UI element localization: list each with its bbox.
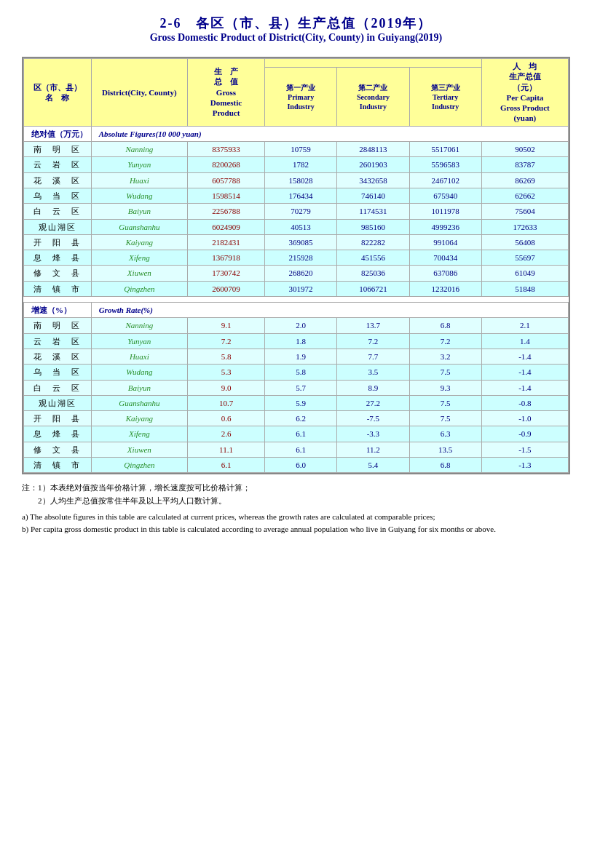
growth-data-row: 南 明 区 Nanning 9.1 2.0 13.7 6.8 2.1: [24, 318, 569, 333]
section-growth-en: Growth Rate(%): [91, 303, 568, 318]
primary-value: 301972: [264, 281, 336, 296]
note-cn1: 注：1）本表绝对值按当年价格计算，增长速度按可比价格计算；: [22, 482, 570, 495]
percapita-growth: -1.5: [481, 442, 568, 457]
primary-value: 70279: [264, 204, 336, 219]
percapita-growth: 1.4: [481, 333, 568, 349]
district-en: Kaiyang: [91, 411, 187, 426]
secondary-value: 825036: [337, 266, 409, 281]
header-row: 区（市、县）名 称 District(City, County) 生 产总 值G…: [24, 59, 569, 68]
primary-value: 10759: [264, 142, 336, 157]
secondary-value: 1066721: [337, 281, 409, 296]
secondary-growth: 5.4: [337, 458, 409, 473]
primary-growth: 1.9: [264, 349, 336, 364]
district-en: Guanshanhu: [91, 219, 187, 234]
absolute-data-row: 白 云 区 Baiyun 2256788 70279 1174531 10119…: [24, 204, 569, 219]
section-divider: [24, 297, 569, 303]
growth-data-row: 云 岩 区 Yunyan 7.2 1.8 7.2 7.2 1.4: [24, 333, 569, 349]
district-cn: 息 烽 县: [24, 426, 92, 442]
tertiary-growth: 6.8: [409, 458, 481, 473]
district-cn: 白 云 区: [24, 204, 92, 219]
district-en: Huaxi: [91, 349, 187, 364]
secondary-growth: 3.5: [337, 365, 409, 380]
secondary-growth: 8.9: [337, 380, 409, 395]
absolute-data-row: 清 镇 市 Qingzhen 2600709 301972 1066721 12…: [24, 281, 569, 296]
growth-data-row: 白 云 区 Baiyun 9.0 5.7 8.9 9.3 -1.4: [24, 380, 569, 395]
gdp-value: 2600709: [188, 281, 265, 296]
district-cn: 修 文 县: [24, 442, 92, 457]
district-cn: 花 溪 区: [24, 349, 92, 364]
gdp-growth: 2.6: [188, 426, 265, 442]
tertiary-value: 991064: [409, 234, 481, 250]
district-cn: 乌 当 区: [24, 188, 92, 203]
district-en: Kaiyang: [91, 234, 187, 250]
note-en2: b) Per capita gross domestic product in …: [22, 523, 570, 536]
secondary-value: 1174531: [337, 204, 409, 219]
tertiary-growth: 7.5: [409, 365, 481, 380]
district-cn: 南 明 区: [24, 318, 92, 333]
primary-value: 369085: [264, 234, 336, 250]
primary-growth: 5.7: [264, 380, 336, 395]
primary-value: 268620: [264, 266, 336, 281]
district-en: Xiuwen: [91, 442, 187, 457]
percapita-value: 75604: [481, 204, 568, 219]
gdp-growth: 6.1: [188, 458, 265, 473]
district-en: Xifeng: [91, 250, 187, 266]
tertiary-value: 1011978: [409, 204, 481, 219]
tertiary-growth: 6.3: [409, 426, 481, 442]
gdp-growth: 0.6: [188, 411, 265, 426]
district-en: Nanning: [91, 142, 187, 157]
primary-growth: 6.0: [264, 458, 336, 473]
secondary-growth: 13.7: [337, 318, 409, 333]
primary-growth: 6.2: [264, 411, 336, 426]
percapita-value: 90502: [481, 142, 568, 157]
growth-data-row: 观山湖区 Guanshanhu 10.7 5.9 27.2 7.5 -0.8: [24, 395, 569, 410]
tertiary-value: 675940: [409, 188, 481, 203]
percapita-value: 56408: [481, 234, 568, 250]
gdp-value: 6057788: [188, 172, 265, 188]
absolute-data-row: 修 文 县 Xiuwen 1730742 268620 825036 63708…: [24, 266, 569, 281]
gdp-value: 1367918: [188, 250, 265, 266]
secondary-value: 822282: [337, 234, 409, 250]
primary-growth: 1.8: [264, 333, 336, 349]
primary-growth: 2.0: [264, 318, 336, 333]
absolute-data-row: 观山湖区 Guanshanhu 6024909 40513 985160 499…: [24, 219, 569, 234]
absolute-data-row: 云 岩 区 Yunyan 8200268 1782 2601903 559658…: [24, 157, 569, 172]
secondary-value: 2601903: [337, 157, 409, 172]
absolute-data-row: 乌 当 区 Wudang 1598514 176434 746140 67594…: [24, 188, 569, 203]
growth-data-row: 息 烽 县 Xifeng 2.6 6.1 -3.3 6.3 -0.9: [24, 426, 569, 442]
district-en: Baiyun: [91, 204, 187, 219]
section-absolute-cn: 绝对值（万元）: [24, 126, 92, 141]
percapita-growth: -1.4: [481, 380, 568, 395]
percapita-value: 86269: [481, 172, 568, 188]
secondary-value: 3432658: [337, 172, 409, 188]
percapita-growth: -0.9: [481, 426, 568, 442]
gdp-value: 8200268: [188, 157, 265, 172]
primary-value: 40513: [264, 219, 336, 234]
section-absolute-header: 绝对值（万元） Absolute Figures(10 000 yuan): [24, 126, 569, 141]
percapita-value: 83787: [481, 157, 568, 172]
primary-growth: 6.1: [264, 442, 336, 457]
gdp-growth: 10.7: [188, 395, 265, 410]
district-cn: 开 阳 县: [24, 411, 92, 426]
district-en: Wudang: [91, 188, 187, 203]
primary-value: 215928: [264, 250, 336, 266]
percapita-value: 172633: [481, 219, 568, 234]
district-en: Huaxi: [91, 172, 187, 188]
primary-value: 176434: [264, 188, 336, 203]
percapita-growth: -1.0: [481, 411, 568, 426]
gdp-table: 区（市、县）名 称 District(City, County) 生 产总 值G…: [23, 58, 569, 473]
district-cn: 观山湖区: [24, 395, 92, 410]
primary-growth: 5.9: [264, 395, 336, 410]
absolute-data-row: 花 溪 区 Huaxi 6057788 158028 3432658 24671…: [24, 172, 569, 188]
district-cn: 云 岩 区: [24, 157, 92, 172]
gdp-value: 1730742: [188, 266, 265, 281]
secondary-growth: 11.2: [337, 442, 409, 457]
growth-data-row: 开 阳 县 Kaiyang 0.6 6.2 -7.5 7.5 -1.0: [24, 411, 569, 426]
secondary-value: 2848113: [337, 142, 409, 157]
district-cn: 云 岩 区: [24, 333, 92, 349]
tertiary-growth: 3.2: [409, 349, 481, 364]
absolute-data-row: 南 明 区 Nanning 8375933 10759 2848113 5517…: [24, 142, 569, 157]
percapita-value: 55697: [481, 250, 568, 266]
note-en1: a) The absolute figures in this table ar…: [22, 511, 570, 524]
tertiary-growth: 6.8: [409, 318, 481, 333]
